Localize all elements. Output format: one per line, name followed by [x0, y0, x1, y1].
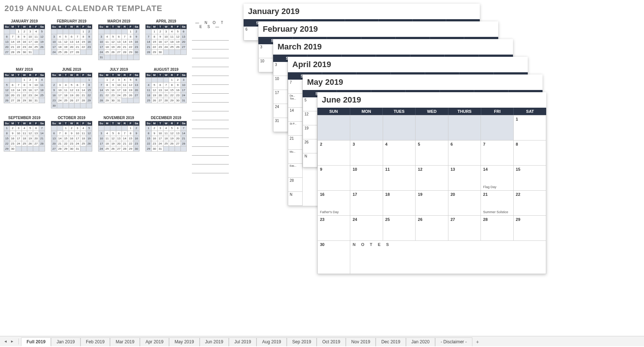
note-line[interactable]: [192, 85, 229, 94]
note-line[interactable]: [192, 58, 229, 67]
peek-cell: 21: [288, 136, 303, 150]
calendar-cell[interactable]: 15: [513, 166, 546, 191]
sheet-tab[interactable]: Feb 2019: [80, 337, 110, 346]
sheet-tab[interactable]: Aug 2019: [256, 337, 286, 346]
sheet-tab[interactable]: May 2019: [169, 337, 200, 346]
calendar-cell[interactable]: 13: [448, 166, 481, 191]
sheet-tab[interactable]: - Disclaimer -: [435, 337, 472, 346]
add-sheet-button[interactable]: +: [472, 337, 483, 346]
sheet-tab[interactable]: Nov 2019: [346, 337, 376, 346]
calendar-cell[interactable]: 22: [513, 191, 546, 216]
peek-cell: N: [303, 153, 317, 167]
mini-month-title: AUGUST 2019: [145, 67, 187, 72]
mini-month: MAY 2019SuMTWRFSa12345678910111213141516…: [4, 67, 45, 108]
note-line[interactable]: [192, 164, 229, 173]
calendar-cell[interactable]: 6: [448, 140, 481, 166]
sheet-tab[interactable]: Jan 2020: [406, 337, 435, 346]
calendar-cell[interactable]: 17: [350, 191, 383, 216]
mini-month-title: JANUARY 2019: [4, 19, 45, 23]
calendar-cell[interactable]: 16Father's Day: [318, 191, 350, 216]
note-line[interactable]: [192, 129, 229, 138]
sheet-tab[interactable]: Jul 2019: [229, 337, 256, 346]
note-line[interactable]: [192, 120, 229, 129]
sheet-tab[interactable]: Apr 2019: [140, 337, 169, 346]
note-line[interactable]: [192, 49, 229, 58]
calendar-cell[interactable]: 14Flag Day: [481, 166, 513, 191]
calendar-cell[interactable]: 5: [416, 140, 448, 166]
mini-month: DECEMBER 2019SuMTWRFSa123456789101112131…: [145, 116, 187, 152]
calendar-cell[interactable]: 4: [383, 140, 415, 166]
day-header: SUN: [317, 108, 350, 115]
page-title: 2019 ANNUAL CALENDAR TEMPLATE: [4, 4, 229, 13]
peek-cell: 7: [288, 80, 303, 94]
note-line[interactable]: [192, 103, 229, 111]
sheet-tab[interactable]: Jun 2019: [200, 337, 229, 346]
calendar-cell[interactable]: 1: [513, 115, 546, 140]
note-line[interactable]: [192, 94, 229, 103]
calendar-cell[interactable]: [416, 115, 448, 140]
calendar-cell[interactable]: [448, 115, 481, 140]
peek-cell: 24: [273, 104, 288, 118]
sheet-tab[interactable]: Mar 2019: [110, 337, 140, 346]
sheet-tab[interactable]: Sep 2019: [287, 337, 317, 346]
calendar-cell[interactable]: 9: [318, 166, 350, 191]
calendar-cell[interactable]: 19: [416, 191, 448, 216]
calendar-cell[interactable]: 10: [350, 166, 383, 191]
peek-cell: 28: [288, 178, 303, 192]
calendar-cell[interactable]: 30: [318, 241, 350, 274]
calendar-cell[interactable]: [350, 115, 383, 140]
calendar-cell[interactable]: 11: [383, 166, 415, 191]
calendar-cell[interactable]: 25: [383, 216, 415, 241]
calendar-cell[interactable]: 24: [350, 216, 383, 241]
calendar-cell[interactable]: 3: [350, 140, 383, 166]
calendar-cell[interactable]: 26: [416, 216, 448, 241]
calendar-cell[interactable]: 23: [318, 216, 350, 241]
mini-month: FEBRUARY 2019SuMTWRFSa123456789101112131…: [51, 19, 92, 60]
calendar-cell[interactable]: 21Summer Solstice: [481, 191, 513, 216]
day-header: THURS: [448, 108, 481, 115]
tab-nav-next[interactable]: ►: [10, 339, 15, 344]
notes-section: — N O T E S —: [192, 21, 229, 173]
mini-month-title: NOVEMBER 2019: [98, 116, 140, 120]
note-line[interactable]: [192, 147, 229, 156]
calendar-cell[interactable]: [318, 115, 350, 140]
calendar-cell[interactable]: 2: [318, 140, 350, 166]
month-title: February 2019: [258, 21, 498, 37]
mini-month-title: APRIL 2019: [145, 19, 187, 23]
note-line[interactable]: [192, 156, 229, 164]
calendar-cell[interactable]: 18: [383, 191, 415, 216]
day-header: SAT: [514, 108, 546, 115]
mini-month-title: SEPTEMBER 2019: [4, 116, 45, 120]
calendar-cell[interactable]: N O T E S: [350, 241, 546, 274]
calendar-cell[interactable]: 28: [481, 216, 513, 241]
calendar-cell[interactable]: 20: [448, 191, 481, 216]
month-title: January 2019: [244, 4, 480, 19]
calendar-cell[interactable]: 8: [513, 140, 546, 166]
sheet-tab[interactable]: Jan 2019: [51, 337, 80, 346]
sheet-tab[interactable]: Full 2019: [21, 337, 51, 346]
day-header: FRI: [481, 108, 514, 115]
tab-nav-prev[interactable]: ◄: [3, 339, 8, 344]
peek-cell: 3: [258, 44, 273, 58]
note-line[interactable]: [192, 41, 229, 49]
day-header: MON: [350, 108, 383, 115]
peek-cell: 6: [244, 27, 258, 41]
calendar-cell[interactable]: 12: [416, 166, 448, 191]
calendar-cell[interactable]: [383, 115, 415, 140]
note-line[interactable]: [192, 67, 229, 76]
note-line[interactable]: [192, 138, 229, 147]
june-grid: 1234567891011121314Flag Day1516Father's …: [317, 115, 546, 274]
calendar-cell[interactable]: [481, 115, 513, 140]
peek-cell: 10: [258, 58, 273, 72]
peek-cell: 3: [273, 62, 288, 76]
calendar-cell[interactable]: 29: [513, 216, 546, 241]
note-line[interactable]: [192, 76, 229, 85]
calendar-cell[interactable]: 7: [481, 140, 513, 166]
peek-cell: 14: [288, 108, 303, 122]
sheet-tab[interactable]: Oct 2019: [317, 337, 346, 346]
sheet-tab[interactable]: Dec 2019: [376, 337, 406, 346]
note-line[interactable]: [192, 111, 229, 120]
peek-cell: 19: [303, 125, 317, 139]
note-line[interactable]: [192, 32, 229, 41]
calendar-cell[interactable]: 27: [448, 216, 481, 241]
